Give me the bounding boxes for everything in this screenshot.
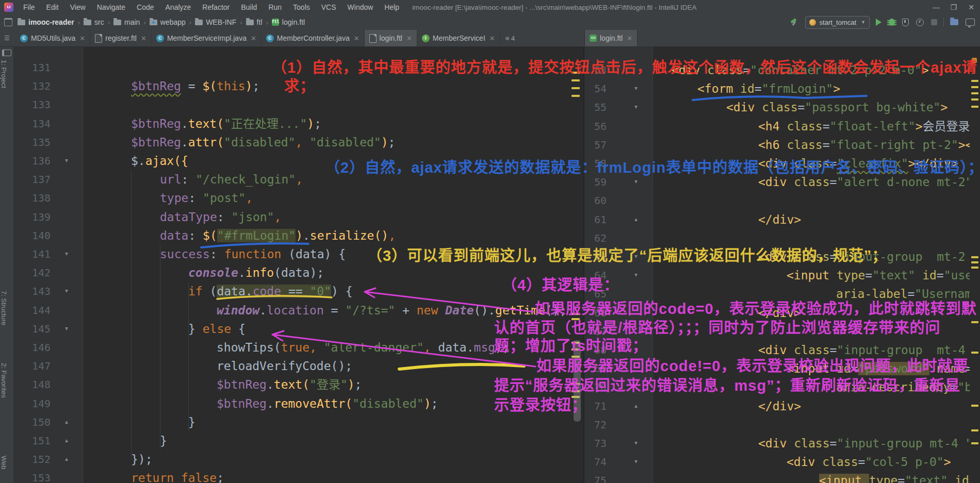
fold-marker[interactable]: ▴ [65,456,68,462]
fold-marker[interactable]: ▴ [65,419,68,425]
fold-marker[interactable]: ▾ [634,85,638,91]
code-line[interactable]: <h4 class="float-left">会员登录< [758,117,977,136]
breadcrumb-item-login.ftl[interactable]: ftllogin.ftl [272,18,305,26]
code-line[interactable]: <div class="passport bg-white"> [726,98,948,116]
breadcrumb-item-ftl[interactable]: ftl› [246,18,272,26]
fold-marker[interactable]: ▾ [634,458,638,464]
code-line[interactable]: reloadVerifyCode(); [217,357,352,375]
menu-item-code[interactable]: Code [131,0,159,14]
code-line[interactable]: $btnReg.text("正在处理..."); [131,114,321,133]
close-icon[interactable]: ✕ [79,35,85,42]
tab-list-icon[interactable]: ☰ [4,34,12,42]
breadcrumb-item-webapp[interactable]: webapp› [150,18,195,26]
fold-marker[interactable]: ▴ [634,403,638,409]
close-icon[interactable]: ✕ [251,35,256,42]
code-line[interactable]: dataType: "json", [160,208,281,226]
stripe-item-1-Project[interactable]: 1: Project [0,49,13,88]
monitor-icon[interactable] [966,19,975,26]
tab-MemberServiceImpl.java[interactable]: CMemberServiceImpl.java✕ [152,30,262,46]
build-hammer-icon[interactable] [790,18,798,26]
breadcrumb-item-WEB-INF[interactable]: WEB-INF› [195,18,246,26]
code-line[interactable]: window.location = "/?ts=" + new Date().g… [217,301,567,320]
fold-marker[interactable]: ▴ [65,437,68,443]
close-icon[interactable]: ✕ [489,35,495,42]
stripe-item-2-Favorites[interactable]: 2: Favorites [0,361,13,398]
breadcrumb-item-imooc-reader[interactable]: imooc-reader› [18,18,84,26]
menu-item-run[interactable]: Run [263,0,287,14]
menu-item-help[interactable]: Help [379,0,405,14]
run-config-combo[interactable]: start_tomcat ▼ [805,16,870,29]
fold-marker[interactable]: ▾ [634,104,638,110]
tab-MD5Utils.java[interactable]: CMD5Utils.java✕ [15,30,90,46]
fold-marker[interactable]: ▾ [65,288,68,294]
breadcrumb-item-src[interactable]: src› [84,18,113,26]
minimize-button[interactable]: — [927,3,945,11]
stripe-item-7-Structure[interactable]: 7: Structure [0,289,13,325]
code-line[interactable]: showTips(true, "alert-danger", data.msg)… [217,338,510,357]
fold-marker[interactable]: ▾ [65,157,68,163]
fold-marker[interactable]: ▾ [634,178,638,185]
code-line[interactable]: <div class="input-group mt-4 " [758,341,979,359]
editor-split-divider[interactable] [583,46,584,483]
menu-item-window[interactable]: Window [342,0,379,14]
stripe-item-Web[interactable]: Web [0,454,13,470]
menu-item-edit[interactable]: Edit [41,0,64,14]
debug-icon[interactable] [889,19,895,26]
code-line[interactable]: console.info(data); [188,263,324,282]
code-line[interactable]: <div class="col-5 p-0"> [787,453,951,471]
code-line[interactable]: <div class="input-group mt-4 "> [758,434,979,453]
code-line[interactable]: <input type="text" id="user [787,266,979,285]
menu-item-navigate[interactable]: Navigate [91,0,131,14]
code-line[interactable]: success: function (data) { [160,245,346,263]
code-line[interactable]: <input type="text" id= [819,471,976,483]
breadcrumb-item-main[interactable]: main› [113,18,150,26]
code-line[interactable]: } [160,431,167,450]
tab-MemberServiceI[interactable]: IMemberServiceI✕ [417,30,500,46]
tab-register.ftl[interactable]: register.ftl✕ [90,30,152,46]
code-line[interactable]: } [188,413,195,431]
code-line[interactable]: } else { [188,320,246,338]
close-icon[interactable]: ✕ [354,35,360,42]
menu-item-build[interactable]: Build [235,0,263,14]
profiler-icon[interactable] [916,19,924,26]
menu-item-refactor[interactable]: Refactor [197,0,235,14]
menu-item-analyze[interactable]: Analyze [160,0,197,14]
code-line[interactable]: $btnReg = $(this); [131,77,259,95]
menu-item-view[interactable]: View [64,0,91,14]
code-line[interactable]: </div> [758,397,801,415]
code-line[interactable]: return false; [131,469,224,483]
open-project-icon[interactable] [950,19,958,25]
fold-marker[interactable]: ▾ [65,325,68,331]
fold-marker[interactable]: ▾ [634,272,638,278]
menu-item-file[interactable]: File [18,0,41,14]
code-line[interactable]: </div> [758,210,801,229]
tab-MemberController.java[interactable]: CMemberController.java✕ [262,30,365,46]
close-button[interactable]: ✕ [962,3,980,11]
hidden-tabs-indicator[interactable]: ≡ 4 [500,30,520,46]
code-line[interactable]: url: "/check_login", [160,170,303,189]
code-line[interactable]: }); [131,450,153,469]
code-line[interactable]: $btnReg.text("登录"); [217,375,362,394]
fold-marker[interactable]: ▴ [634,216,638,222]
close-icon[interactable]: ✕ [406,35,412,42]
code-line[interactable]: <h6 class="float-right pt-2"><a [758,136,980,154]
fold-marker[interactable]: ▾ [65,251,68,257]
fold-marker[interactable]: ▾ [634,440,638,446]
run-icon[interactable] [876,19,881,26]
code-line[interactable]: type: "post", [160,189,253,207]
coverage-icon[interactable] [902,19,909,26]
code-line[interactable]: $btnReg.removeAttr("disabled"); [217,394,438,413]
tab-login.ftl[interactable]: login.ftl✕ [365,30,417,46]
maximize-button[interactable]: ❐ [945,3,962,11]
code-line[interactable]: <form id="frmLogin"> [697,79,840,98]
close-icon[interactable]: ✕ [627,35,632,42]
code-line[interactable]: $.ajax({ [131,152,188,170]
tab-login.ftl[interactable]: <>login.ftl✕ [585,30,638,46]
close-icon[interactable]: ✕ [141,35,146,42]
chevron-down-icon: ▼ [861,20,865,25]
menu-item-vcs[interactable]: VCS [316,0,342,14]
code-line[interactable]: data: $("#frmLogin").serialize(), [160,226,396,245]
menu-item-tools[interactable]: Tools [287,0,316,14]
code-line[interactable]: $btnReg.attr("disabled", "disabled"); [131,133,395,152]
code-line[interactable]: if (data.code == "0") { [188,282,353,301]
